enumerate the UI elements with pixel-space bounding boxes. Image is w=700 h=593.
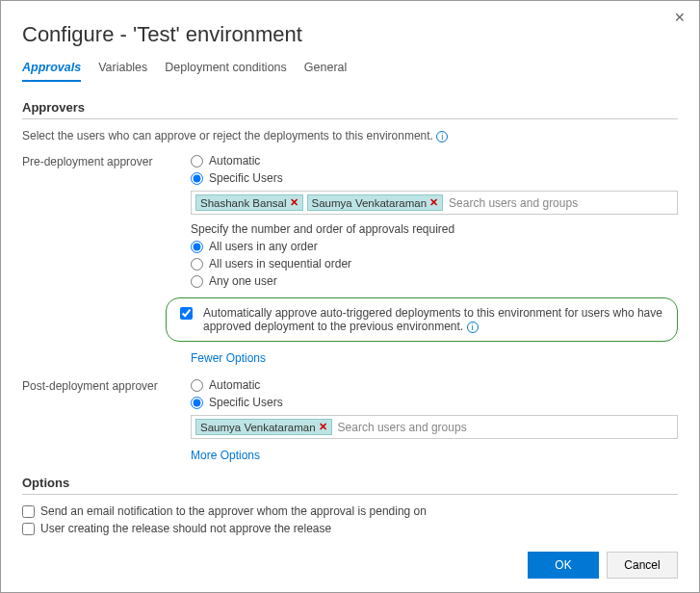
order-radio-any-one-input[interactable]: [191, 275, 203, 288]
divider: [22, 118, 678, 119]
user-chip[interactable]: Shashank Bansal ✕: [195, 194, 303, 211]
post-radio-specific[interactable]: Specific Users: [191, 396, 678, 409]
remove-icon[interactable]: ✕: [319, 421, 327, 433]
order-radio-all-any-label: All users in any order: [209, 240, 318, 253]
info-icon[interactable]: [436, 131, 448, 142]
pre-radio-specific[interactable]: Specific Users: [191, 171, 678, 185]
options-heading: Options: [22, 476, 678, 490]
pre-radio-specific-input[interactable]: [191, 172, 203, 185]
remove-icon[interactable]: ✕: [290, 196, 298, 209]
auto-approve-callout: Automatically approve auto-triggered dep…: [166, 297, 678, 342]
option-creator-checkbox[interactable]: [22, 523, 35, 535]
post-radio-specific-label: Specific Users: [209, 396, 283, 409]
tab-general[interactable]: General: [304, 61, 347, 82]
auto-approve-text: Automatically approve auto-triggered dep…: [203, 306, 667, 333]
post-users-input[interactable]: Saumya Venkataraman ✕ Search users and g…: [191, 415, 678, 439]
order-radio-all-seq-input[interactable]: [191, 258, 203, 271]
approvers-heading: Approvers: [22, 100, 678, 115]
tab-bar: Approvals Variables Deployment condition…: [22, 61, 678, 83]
pre-deployment-label: Pre-deployment approver: [22, 154, 191, 168]
info-icon[interactable]: [467, 322, 479, 333]
tab-deployment-conditions[interactable]: Deployment conditions: [165, 61, 286, 82]
remove-icon[interactable]: ✕: [429, 196, 438, 209]
tab-variables[interactable]: Variables: [98, 61, 147, 82]
post-deployment-label: Post-deployment approver: [22, 378, 191, 393]
pre-deployment-row: Pre-deployment approver Automatic Specif…: [22, 154, 678, 365]
option-email-checkbox[interactable]: [22, 505, 35, 518]
approvers-helper-text: Select the users who can approve or reje…: [22, 129, 433, 142]
post-radio-automatic[interactable]: Automatic: [191, 378, 678, 392]
pre-users-input[interactable]: Shashank Bansal ✕ Saumya Venkataraman ✕ …: [191, 191, 678, 215]
order-radio-any-one-label: Any one user: [209, 274, 277, 288]
ok-button[interactable]: OK: [528, 552, 599, 579]
pre-radio-automatic-input[interactable]: [191, 155, 203, 168]
order-radio-all-seq[interactable]: All users in sequential order: [191, 257, 678, 271]
auto-approve-checkbox[interactable]: [180, 307, 193, 320]
fewer-options-link[interactable]: Fewer Options: [191, 351, 266, 365]
order-radio-all-any[interactable]: All users in any order: [191, 240, 678, 253]
close-icon[interactable]: ✕: [674, 11, 686, 24]
cancel-button[interactable]: Cancel: [607, 552, 678, 579]
order-radio-all-seq-label: All users in sequential order: [209, 257, 351, 271]
user-chip[interactable]: Saumya Venkataraman ✕: [195, 419, 332, 435]
tab-approvals[interactable]: Approvals: [22, 61, 81, 82]
pre-users-placeholder: Search users and groups: [447, 196, 578, 210]
post-deployment-row: Post-deployment approver Automatic Speci…: [22, 378, 678, 462]
divider: [22, 494, 678, 495]
option-email-label: Send an email notification to the approv…: [40, 504, 427, 518]
option-creator[interactable]: User creating the release should not app…: [22, 522, 678, 535]
user-chip-label: Shashank Bansal: [200, 197, 287, 209]
user-chip[interactable]: Saumya Venkataraman ✕: [307, 194, 444, 211]
auto-approve-label: Automatically approve auto-triggered dep…: [203, 306, 662, 333]
user-chip-label: Saumya Venkataraman: [200, 422, 316, 433]
option-creator-label: User creating the release should not app…: [40, 522, 331, 535]
post-radio-specific-input[interactable]: [191, 397, 203, 409]
approval-order-note: Specify the number and order of approval…: [191, 222, 678, 236]
configure-environment-dialog: ✕ Configure - 'Test' environment Approva…: [0, 0, 700, 593]
post-radio-automatic-label: Automatic: [209, 378, 260, 392]
approvers-helper: Select the users who can approve or reje…: [22, 129, 678, 142]
post-users-placeholder: Search users and groups: [336, 421, 467, 434]
order-radio-any-one[interactable]: Any one user: [191, 274, 678, 288]
order-radio-all-any-input[interactable]: [191, 241, 203, 253]
user-chip-label: Saumya Venkataraman: [312, 197, 428, 209]
post-radio-automatic-input[interactable]: [191, 379, 203, 392]
pre-radio-specific-label: Specific Users: [209, 171, 283, 185]
pre-radio-automatic[interactable]: Automatic: [191, 154, 678, 168]
more-options-link[interactable]: More Options: [191, 449, 260, 462]
dialog-title: Configure - 'Test' environment: [22, 22, 678, 47]
dialog-footer: OK Cancel: [528, 552, 678, 579]
pre-radio-automatic-label: Automatic: [209, 154, 260, 168]
option-email[interactable]: Send an email notification to the approv…: [22, 504, 678, 518]
